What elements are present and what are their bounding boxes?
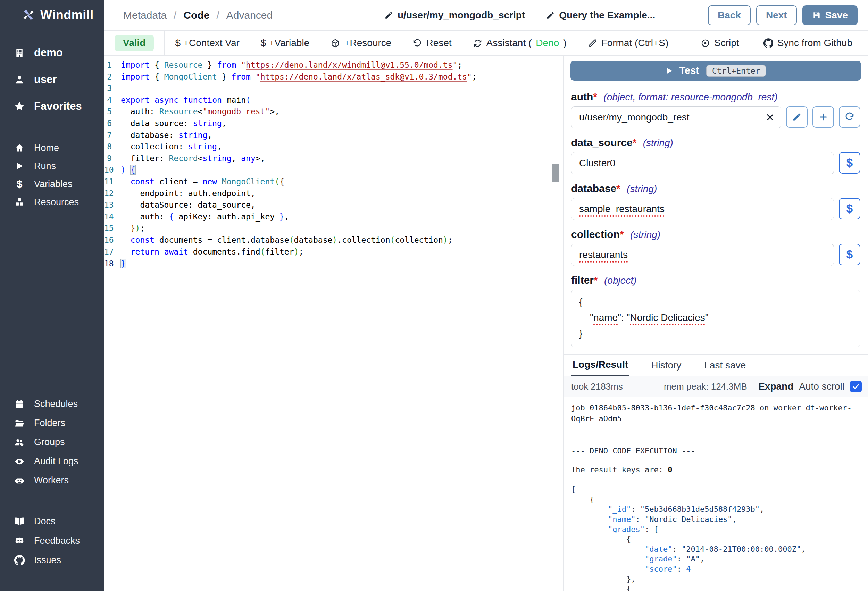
save-button[interactable]: Save bbox=[802, 5, 858, 25]
result-line: [ bbox=[571, 485, 861, 495]
auth-resource-input[interactable]: u/user/my_mongodb_rest bbox=[571, 106, 781, 129]
add-variable-button[interactable]: $ +Variable bbox=[250, 31, 320, 55]
autoscroll-checkbox[interactable] bbox=[850, 381, 862, 392]
editor-scrollbar[interactable] bbox=[552, 56, 560, 591]
sidebar-item-folders[interactable]: Folders bbox=[0, 414, 104, 433]
home-icon bbox=[13, 143, 26, 153]
tab-advanced[interactable]: Advanced bbox=[226, 9, 273, 21]
next-button[interactable]: Next bbox=[756, 5, 797, 25]
code-line: 2import { MongoClient } from "https://de… bbox=[104, 71, 563, 83]
collection-var-button[interactable]: $ bbox=[839, 244, 861, 265]
scrollbar-thumb[interactable] bbox=[552, 164, 559, 182]
autoscroll-label: Auto scroll bbox=[799, 381, 844, 392]
sidebar-item-workspace[interactable]: demo bbox=[0, 39, 104, 66]
code-line: 1import { Resource } from "https://deno.… bbox=[104, 59, 563, 71]
data-source-var-button[interactable]: $ bbox=[839, 152, 861, 174]
sidebar-item-docs[interactable]: Docs bbox=[0, 511, 104, 531]
lint-status: Valid bbox=[115, 31, 164, 55]
app-logo[interactable]: Windmill bbox=[0, 0, 104, 30]
back-button[interactable]: Back bbox=[708, 5, 751, 25]
add-resource-button[interactable]: +Resource bbox=[320, 31, 402, 55]
sidebar-item-runs[interactable]: Runs bbox=[0, 157, 104, 175]
code-editor[interactable]: 1import { Resource } from "https://deno.… bbox=[104, 56, 563, 591]
assistant-language: Deno bbox=[536, 37, 559, 49]
building-icon bbox=[13, 47, 26, 58]
filter-line: { bbox=[579, 294, 852, 310]
breadcrumb-separator: / bbox=[216, 9, 219, 21]
edit-resource-button[interactable] bbox=[786, 106, 807, 128]
sidebar-item-user[interactable]: user bbox=[0, 66, 104, 93]
script-kind-button[interactable]: Script bbox=[701, 37, 739, 49]
rotate-cw-icon bbox=[845, 112, 855, 122]
filter-json-editor[interactable]: { "name": "Nordic Delicacies"} bbox=[571, 290, 861, 347]
code-line: 6 data_source: string, bbox=[104, 118, 563, 130]
pen-icon bbox=[588, 38, 597, 48]
field-label-collection: collection* (string) bbox=[571, 229, 861, 240]
format-button[interactable]: Format (Ctrl+S) bbox=[577, 31, 679, 55]
code-line: 9 filter: Record<string, any>, bbox=[104, 153, 563, 165]
check-icon bbox=[852, 383, 860, 390]
script-summary[interactable]: Query the Example... bbox=[546, 10, 655, 21]
run-duration: took 2183ms bbox=[571, 381, 623, 392]
result-line: "_id": "5eb3d668b31de5d588f4293b", bbox=[571, 505, 861, 515]
tab-last-save[interactable]: Last save bbox=[703, 355, 747, 376]
calendar-icon bbox=[13, 399, 26, 409]
reset-button[interactable]: Reset bbox=[402, 31, 462, 55]
sidebar: Windmill demo user Favorites bbox=[0, 0, 104, 591]
sidebar-item-issues[interactable]: Issues bbox=[0, 550, 104, 570]
github-icon bbox=[13, 555, 26, 565]
refresh-resource-button[interactable] bbox=[839, 106, 861, 128]
field-label-auth: auth* (object, format: resource-mongodb_… bbox=[571, 91, 861, 103]
sidebar-item-favorites[interactable]: Favorites bbox=[0, 93, 104, 120]
add-context-var-button[interactable]: $ +Context Var bbox=[164, 31, 249, 55]
expand-button[interactable]: Expand bbox=[758, 381, 793, 392]
tab-metadata[interactable]: Metadata bbox=[123, 9, 167, 21]
workspace-label: demo bbox=[34, 47, 63, 59]
tab-code[interactable]: Code bbox=[183, 9, 210, 21]
sidebar-item-feedbacks[interactable]: Feedbacks bbox=[0, 531, 104, 550]
test-shortcut: Ctrl+Enter bbox=[706, 65, 766, 77]
add-resource-button[interactable] bbox=[812, 106, 834, 128]
docs-label: Docs bbox=[34, 516, 56, 527]
sidebar-item-workers[interactable]: Workers bbox=[0, 471, 104, 490]
sidebar-item-schedules[interactable]: Schedules bbox=[0, 394, 104, 414]
editor-toolbar: Valid $ +Context Var $ +Variable +Resour… bbox=[104, 31, 868, 56]
robot-icon bbox=[13, 475, 26, 486]
field-type-note: (object, format: resource-mongodb_rest) bbox=[604, 92, 777, 102]
book-icon bbox=[13, 516, 26, 526]
sidebar-item-groups[interactable]: Groups bbox=[0, 433, 104, 452]
sidebar-item-home[interactable]: Home bbox=[0, 139, 104, 157]
database-var-button[interactable]: $ bbox=[839, 198, 861, 219]
sync-from-github-button[interactable]: Sync from Github bbox=[763, 37, 852, 49]
resources-label: Resources bbox=[34, 197, 79, 208]
sidebar-item-variables[interactable]: $ Variables bbox=[0, 175, 104, 193]
circle-dot-icon bbox=[701, 38, 710, 48]
data-source-input[interactable]: Cluster0 bbox=[571, 152, 834, 174]
app-title: Windmill bbox=[40, 7, 94, 22]
test-button[interactable]: Test Ctrl+Enter bbox=[570, 61, 861, 81]
code-line: 11 const client = new MongoClient({ bbox=[104, 176, 563, 188]
pencil-icon bbox=[792, 112, 802, 122]
code-line: 13 dataSource: data_source, bbox=[104, 199, 563, 211]
github-icon bbox=[763, 38, 773, 48]
mem-peak: mem peak: 124.3MB bbox=[664, 381, 747, 392]
database-input[interactable]: sample_restaurants bbox=[571, 198, 834, 220]
run-stats-bar: took 2183ms mem peak: 124.3MB Expand Aut… bbox=[564, 376, 868, 397]
sidebar-item-resources[interactable]: Resources bbox=[0, 193, 104, 211]
script-path[interactable]: u/user/my_mongodb_script bbox=[384, 10, 525, 21]
cubes-icon bbox=[13, 197, 26, 207]
result-line: { bbox=[571, 584, 861, 591]
tab-logs-result[interactable]: Logs/Result bbox=[571, 355, 629, 376]
code-line: 18} bbox=[104, 258, 563, 269]
result-line: "grades": [ bbox=[571, 525, 861, 535]
code-line: 17 return await documents.find(filter); bbox=[104, 246, 563, 258]
assistant-button[interactable]: Assistant (Deno) bbox=[462, 31, 577, 55]
collection-input[interactable]: restaurants bbox=[571, 244, 834, 266]
code-line: 15 }); bbox=[104, 223, 563, 234]
dollar-icon: $ bbox=[13, 178, 26, 190]
tab-history[interactable]: History bbox=[650, 355, 683, 376]
code-line: 12 endpoint: auth.endpoint, bbox=[104, 188, 563, 199]
clear-icon[interactable] bbox=[766, 113, 775, 122]
sidebar-item-audit-logs[interactable]: Audit Logs bbox=[0, 452, 104, 471]
result-line: "name": "Nordic Delicacies", bbox=[571, 515, 861, 525]
